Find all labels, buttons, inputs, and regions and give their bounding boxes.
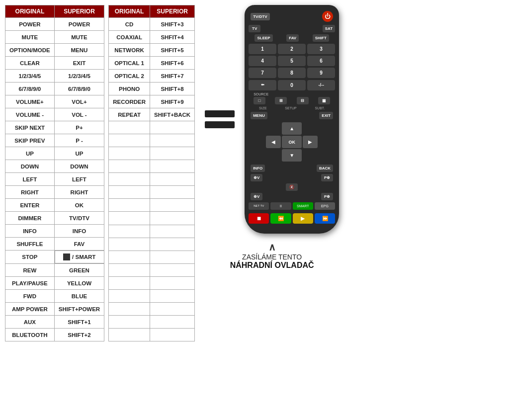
dpad-down[interactable]: ▼ [282, 149, 302, 162]
remote-control: TV/DTV ⏻ TV SAT SLEEP FAV SHIFT 1 [245, 5, 339, 234]
info-button[interactable]: INFO [251, 165, 265, 172]
table1-original-12: LEFT [5, 173, 55, 186]
page-up-col: P⊕ [321, 174, 333, 181]
table2-original-11 [109, 160, 150, 173]
table2-original-7: REPEAT [109, 108, 150, 121]
pause-btn[interactable]: II [270, 202, 291, 210]
tv-button[interactable]: TV [249, 25, 260, 32]
table-row: AUXSHIFT+1 [5, 316, 104, 329]
table2-row [109, 289, 195, 302]
stop-btn[interactable]: ⏹ [249, 213, 269, 224]
zero-row: ⬅ 0 -/-- [249, 80, 335, 90]
table1-superior-8: P+ [54, 121, 104, 134]
vol-page-bot: ⊕V P⊕ [249, 193, 335, 200]
power-button[interactable]: ⏻ [322, 11, 333, 22]
net-tv-btn[interactable]: NET TV [249, 202, 269, 210]
fwd-btn[interactable]: ⏩ [315, 213, 335, 224]
num-2[interactable]: 2 [278, 44, 306, 54]
table1-original-3: CLEAR [5, 57, 55, 70]
back-icon-btn[interactable]: ⬅ [249, 80, 276, 90]
table2-original-14 [109, 199, 150, 212]
back-button[interactable]: BACK [317, 165, 333, 172]
dpad-up[interactable]: ▲ [282, 122, 302, 135]
rew-btn[interactable]: ⏪ [270, 213, 291, 224]
table1-superior-20: YELLOW [54, 277, 104, 290]
num-5[interactable]: 5 [278, 56, 306, 66]
table1-superior-22: SHIFT+POWER [54, 303, 104, 316]
table-row: 1/2/3/4/51/2/3/4/5 [5, 70, 104, 83]
table2-row [109, 225, 195, 238]
table2-superior-0: SHIFT+3 [150, 18, 194, 31]
num-8[interactable]: 8 [278, 68, 306, 78]
info-back-row: INFO BACK [249, 165, 335, 172]
table1-superior-2: MENU [54, 44, 104, 57]
table1-superior-9: P - [54, 134, 104, 147]
icon-btn-3[interactable]: ⊟ [297, 97, 309, 104]
num-7[interactable]: 7 [249, 68, 276, 78]
table1-original-24: BLUETOOTH [5, 329, 55, 341]
table2-original-4: OPTICAL 2 [109, 70, 150, 83]
page-down-btn[interactable]: P⊕ [321, 193, 333, 200]
table1-header-superior: SUPERIOR [54, 5, 104, 18]
table2-superior-23 [150, 315, 194, 328]
equals-line-bottom [205, 121, 235, 128]
table2-superior-10 [150, 147, 194, 160]
table-row: LEFTLEFT [5, 173, 104, 186]
table2-superior-17 [150, 238, 194, 251]
dpad-left[interactable]: ◀ [266, 136, 281, 148]
table2-row: REPEATSHIFT+BACK [109, 108, 195, 121]
table2-original-18 [109, 251, 150, 263]
sleep-button[interactable]: SLEEP [254, 34, 272, 42]
table1-original-8: SKIP NEXT [5, 121, 55, 134]
table1-header-original: ORIGINAL [5, 5, 55, 18]
table-row: INFOINFO [5, 225, 104, 238]
vol-down-btn[interactable]: ⊕V [251, 193, 262, 200]
table2-original-9 [109, 134, 150, 147]
dpad-ok[interactable]: OK [282, 136, 302, 148]
exit-button[interactable]: EXIT [319, 112, 333, 119]
page-up-btn[interactable]: P⊕ [321, 174, 333, 181]
num-9[interactable]: 9 [307, 68, 335, 78]
epg-btn[interactable]: EPG [315, 202, 335, 210]
smart-btn[interactable]: SMART [293, 202, 313, 210]
table-row: ENTEROK [5, 199, 104, 212]
tables-section: ORIGINAL SUPERIOR POWERPOWERMUTEMUTEOPTI… [5, 5, 195, 341]
icon-btn-1[interactable]: □ [254, 97, 265, 104]
page-down-col: P⊕ [321, 193, 333, 200]
vol-up-btn[interactable]: ⊕V [251, 174, 262, 181]
table-right: ORIGINAL SUPERIOR CDSHIFT+3COAXIALSHFIT+… [108, 5, 195, 341]
subt-label: SUBT. [315, 106, 325, 110]
table-left: ORIGINAL SUPERIOR POWERPOWERMUTEMUTEOPTI… [5, 5, 104, 341]
table1-original-23: AUX [5, 316, 55, 329]
table-row: DOWNDOWN [5, 160, 104, 173]
table2-superior-20 [150, 276, 194, 289]
fav-button[interactable]: FAV [286, 34, 299, 42]
num-3[interactable]: 3 [307, 44, 335, 54]
table1-superior-3: EXIT [54, 57, 104, 70]
table1-original-21: FWD [5, 290, 55, 303]
table2-row [109, 212, 195, 225]
menu-button[interactable]: MENU [251, 112, 267, 119]
table2-row: CDSHIFT+3 [109, 18, 195, 31]
dpad-right[interactable]: ▶ [303, 136, 318, 148]
table1-original-18: STOP [5, 251, 55, 264]
sat-button[interactable]: SAT [323, 25, 335, 32]
table2-row: NETWORKSHFIT+5 [109, 44, 195, 57]
tvdtv-button[interactable]: TV/DTV [251, 13, 269, 20]
icon-btn-2[interactable]: ⊞ [275, 97, 287, 104]
arrow-up-icon: ∧ [268, 241, 276, 253]
num-1[interactable]: 1 [249, 44, 276, 54]
mute-button[interactable]: 🔇 [286, 183, 298, 191]
table2-original-23 [109, 315, 150, 328]
shift-button[interactable]: SHIFT [313, 34, 329, 42]
num-6[interactable]: 6 [307, 56, 335, 66]
table2-superior-1: SHFIT+4 [150, 31, 194, 44]
table2-row: COAXIALSHFIT+4 [109, 31, 195, 44]
play-btn[interactable]: ▶ [293, 213, 313, 224]
num-0[interactable]: 0 [278, 80, 306, 90]
table-row: FWDBLUE [5, 290, 104, 303]
num-4[interactable]: 4 [249, 56, 276, 66]
icon-btn-4[interactable]: ▦ [318, 97, 330, 104]
table2-original-2: NETWORK [109, 44, 150, 57]
dashdash-button[interactable]: -/-- [307, 80, 335, 90]
